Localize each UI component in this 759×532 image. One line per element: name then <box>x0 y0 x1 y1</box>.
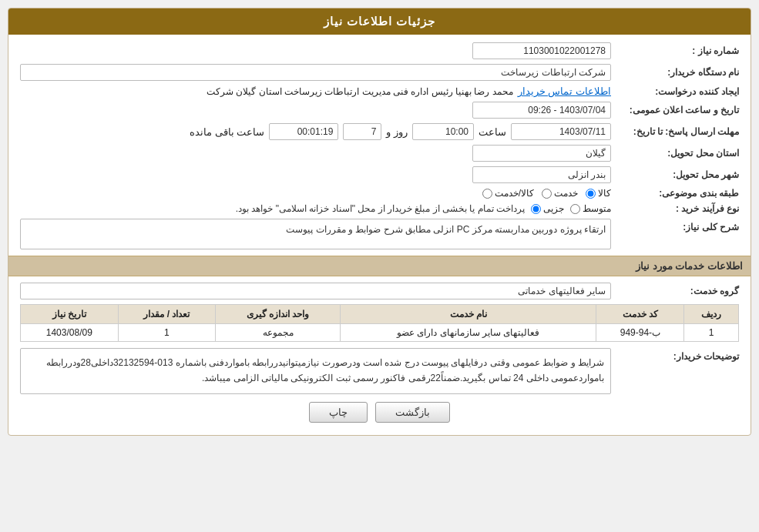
table-header-row: ردیف کد خدمت نام خدمت واحد اندازه گیری ت… <box>21 305 739 324</box>
creator-value: محمد رضا بهنیا رئیس اداره فنی مدیریت ارت… <box>207 86 513 97</box>
province-row: استان محل تحویل: <box>20 145 739 162</box>
announce-date-input[interactable] <box>472 102 611 119</box>
category-radio-group: کالا/خدمت خدمت کالا <box>482 188 611 199</box>
deadline-time-input[interactable] <box>412 123 474 140</box>
category-khadamat-radio[interactable] <box>542 189 552 199</box>
announce-date-row: تاریخ و ساعت اعلان عمومی: <box>20 102 739 119</box>
cell-service-code: ب-94-949 <box>596 324 684 342</box>
purchase-type-motavaset: متوسط <box>570 203 611 214</box>
buyer-org-input[interactable] <box>20 64 611 81</box>
purchase-type-label: نوع فرآیند خرید : <box>616 203 739 214</box>
creator-link[interactable]: اطلاعات تماس خریدار <box>518 85 611 97</box>
creator-row: ایجاد کننده درخواست: اطلاعات تماس خریدار… <box>20 85 739 97</box>
col-service-name: نام خدمت <box>341 305 596 324</box>
category-option-khadamat: خدمت <box>542 188 578 199</box>
back-button[interactable]: بازگشت <box>375 402 450 423</box>
action-buttons: بازگشت چاپ <box>20 402 739 423</box>
cell-service-name: فعالیتهای سایر سازمانهای دارای عضو <box>341 324 596 342</box>
deadline-days-input[interactable] <box>343 123 381 140</box>
col-service-code: کد خدمت <box>596 305 684 324</box>
purchase-type-motavaset-label: متوسط <box>583 203 611 214</box>
deadline-time-label: ساعت <box>479 126 506 138</box>
services-table: ردیف کد خدمت نام خدمت واحد اندازه گیری ت… <box>20 304 739 342</box>
city-row: شهر محل تحویل: <box>20 166 739 183</box>
buyer-org-row: نام دستگاه خریدار: <box>20 64 739 81</box>
buyer-notes-label: توضیحات خریدار: <box>616 348 739 362</box>
need-desc-row: شرح کلی نیاز: ارتقاء پروژه دوربین مداربس… <box>20 219 739 249</box>
purchase-type-motavaset-radio[interactable] <box>570 204 580 214</box>
services-section-title: اطلاعات خدمات مورد نیاز <box>8 256 751 276</box>
category-option-kala-khadamat: کالا/خدمت <box>482 188 534 199</box>
service-group-input[interactable] <box>20 283 611 299</box>
print-button[interactable]: چاپ <box>309 402 368 423</box>
col-need-date: تاریخ نیاز <box>21 305 119 324</box>
cell-quantity: 1 <box>118 324 215 342</box>
category-label: طبقه بندی موضوعی: <box>616 188 739 199</box>
city-label: شهر محل تحویل: <box>616 169 739 180</box>
deadline-date-input[interactable] <box>511 123 611 140</box>
deadline-label: مهلت ارسال پاسخ: تا تاریخ: <box>616 126 739 137</box>
announce-date-label: تاریخ و ساعت اعلان عمومی: <box>616 105 739 115</box>
category-kala-khadamat-label: کالا/خدمت <box>495 188 534 199</box>
card-header: جزئیات اطلاعات نیاز <box>8 8 751 35</box>
deadline-remaining-input[interactable] <box>269 123 338 140</box>
cell-need-date: 1403/08/09 <box>21 324 119 342</box>
purchase-type-jozi-radio[interactable] <box>531 204 541 214</box>
category-kala-label: کالا <box>598 188 611 199</box>
purchase-type-options: متوسط جزیی <box>531 203 611 214</box>
need-desc-box: ارتقاء پروژه دوربین مداربسته مرکز PC انز… <box>20 219 611 249</box>
deadline-remaining-label: ساعت باقی مانده <box>190 126 264 138</box>
deadline-row: مهلت ارسال پاسخ: تا تاریخ: ساعت روز و سا… <box>20 123 739 140</box>
category-kala-khadamat-radio[interactable] <box>482 189 492 199</box>
col-unit: واحد اندازه گیری <box>216 305 341 324</box>
need-desc-label: شرح کلی نیاز: <box>616 219 739 233</box>
service-group-row: گروه خدمت: <box>20 283 739 299</box>
need-number-row: شماره نیاز : <box>20 42 739 59</box>
buyer-org-label: نام دستگاه خریدار: <box>616 67 739 78</box>
buyer-notes-box: شرایط و ضوابط عمومی وقتی درفایلهای پیوست… <box>20 348 611 394</box>
purchase-type-jozi: جزیی <box>531 203 564 214</box>
service-group-label: گروه خدمت: <box>616 286 739 296</box>
main-card: جزئیات اطلاعات نیاز شماره نیاز : نام دست… <box>8 8 751 436</box>
buyer-notes-row: توضیحات خریدار: شرایط و ضوابط عمومی وقتی… <box>20 348 739 394</box>
city-input[interactable] <box>472 166 611 183</box>
category-khadamat-label: خدمت <box>554 188 578 199</box>
cell-unit: مجموعه <box>216 324 341 342</box>
need-number-input[interactable] <box>472 42 611 59</box>
category-row: طبقه بندی موضوعی: کالا/خدمت خدمت کالا <box>20 188 739 199</box>
province-input[interactable] <box>472 145 611 162</box>
col-quantity: تعداد / مقدار <box>118 305 215 324</box>
cell-row-num: 1 <box>684 324 739 342</box>
province-label: استان محل تحویل: <box>616 148 739 159</box>
page-title: جزئیات اطلاعات نیاز <box>324 15 435 28</box>
need-number-label: شماره نیاز : <box>616 45 739 56</box>
purchase-type-row: نوع فرآیند خرید : متوسط جزیی پرداخت تمام… <box>20 203 739 214</box>
deadline-days-label: روز و <box>386 126 408 138</box>
table-row: 1 ب-94-949 فعالیتهای سایر سازمانهای دارا… <box>21 324 739 342</box>
creator-label: ایجاد کننده درخواست: <box>616 86 739 97</box>
category-kala-radio[interactable] <box>586 189 596 199</box>
purchase-type-jozi-label: جزیی <box>543 203 564 214</box>
category-option-kala: کالا <box>586 188 611 199</box>
purchase-type-note: پرداخت تمام یا بخشی از مبلغ خریدار از مح… <box>236 203 525 214</box>
col-row-num: ردیف <box>684 305 739 324</box>
